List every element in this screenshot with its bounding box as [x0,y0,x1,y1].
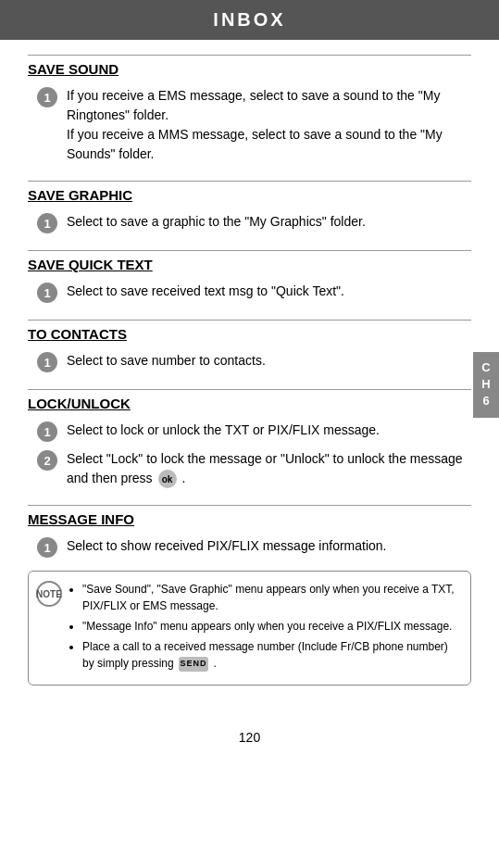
section-title-save-graphic: SAVE GRAPHIC [28,187,132,203]
step-badge-1: 1 [37,537,57,558]
step-badge-1: 1 [37,283,57,303]
divider [28,505,471,506]
section-message-info: MESSAGE INFO 1 Select to show received P… [28,505,471,686]
note-badge: NOTE [36,581,62,607]
section-title-to-contacts: TO CONTACTS [28,326,127,342]
note-list: "Save Sound", "Save Graphic" menu appear… [69,581,459,672]
step-row: 1 Select to lock or unlock the TXT or PI… [28,421,471,442]
divider [28,320,471,321]
section-title-save-sound: SAVE SOUND [28,61,119,77]
step-text: If you receive a EMS message, select to … [67,86,471,164]
divider [28,250,471,251]
step-row: 2 Select "Lock" to lock the message or "… [28,449,471,488]
step-row: 1 Select to save a graphic to the "My Gr… [28,212,471,233]
section-save-graphic: SAVE GRAPHIC 1 Select to save a graphic … [28,181,471,233]
section-lock-unlock: LOCK/UNLOCK 1 Select to lock or unlock t… [28,389,471,488]
step-row: 1 Select to save number to contacts. [28,351,471,372]
section-title-lock-unlock: LOCK/UNLOCK [28,396,131,411]
section-title-save-quick-text: SAVE QUICK TEXT [28,257,153,272]
step-badge-2: 2 [37,450,57,471]
section-title-message-info: MESSAGE INFO [28,511,134,527]
page-number: 120 [0,721,499,750]
note-item: "Message Info" menu appears only when yo… [82,618,459,635]
section-to-contacts: TO CONTACTS 1 Select to save number to c… [28,320,471,372]
step-text: Select to save received text msg to "Qui… [67,282,471,301]
step-text: Select to lock or unlock the TXT or PIX/… [67,421,471,440]
step-row: 1 Select to show received PIX/FLIX messa… [28,536,471,558]
step-text: Select to show received PIX/FLIX message… [67,536,471,556]
note-box: NOTE "Save Sound", "Save Graphic" menu a… [28,571,471,686]
step-badge-1: 1 [37,352,57,372]
step-text: Select to save number to contacts. [67,351,471,371]
note-item: Place a call to a received message numbe… [82,638,459,672]
section-save-quick-text: SAVE QUICK TEXT 1 Select to save receive… [28,250,471,303]
step-row: 1 If you receive a EMS message, select t… [28,86,471,164]
step-text: Select "Lock" to lock the message or "Un… [67,449,471,488]
step-badge-1: 1 [37,421,57,442]
header: INBOX [0,0,499,40]
step-row: 1 Select to save received text msg to "Q… [28,282,471,303]
step-badge-1: 1 [37,87,57,107]
content-area: SAVE SOUND 1 If you receive a EMS messag… [0,55,499,721]
step-text: Select to save a graphic to the "My Grap… [67,212,471,232]
note-item: "Save Sound", "Save Graphic" menu appear… [82,581,459,614]
ok-icon: ok [158,470,177,488]
send-icon: SEND [179,657,208,672]
section-save-sound: SAVE SOUND 1 If you receive a EMS messag… [28,55,471,164]
divider [28,389,471,390]
header-title: INBOX [213,9,285,30]
divider [28,55,471,56]
chapter-tab: CH6 [473,352,499,418]
step-badge-1: 1 [37,213,57,233]
divider [28,181,471,182]
